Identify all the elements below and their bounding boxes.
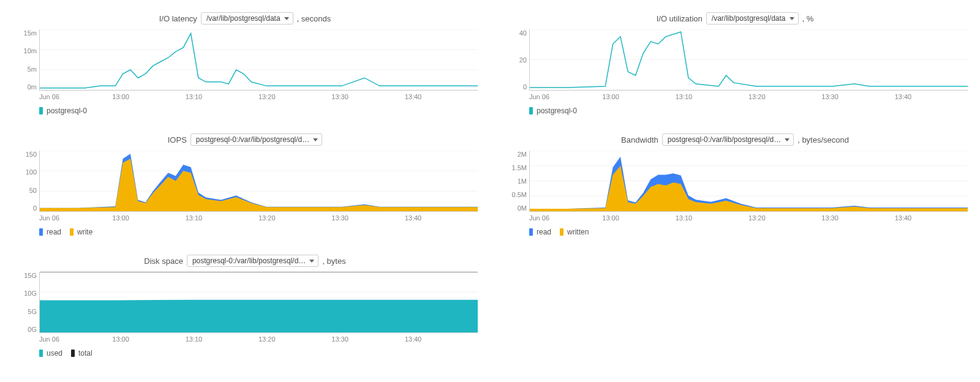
chevron-down-icon: [790, 17, 794, 20]
legend-swatch: [560, 228, 564, 236]
chart-title-text: I/O utilization: [657, 14, 703, 23]
chevron-down-icon: [785, 138, 790, 141]
x-tick-label: 13:20: [748, 93, 821, 100]
x-tick-label: 13:20: [258, 335, 331, 343]
legend-item[interactable]: used: [39, 349, 62, 358]
legend: readwrite: [39, 228, 478, 236]
y-axis: 2M1.5M1M0.5M0M: [502, 151, 529, 212]
chart-title-row: Bandwidthpostgresql-0:/var/lib/postgresq…: [502, 133, 968, 146]
x-tick-label: 13:30: [331, 335, 404, 343]
legend-item[interactable]: read: [39, 228, 61, 236]
x-tick-label: 13:40: [405, 214, 478, 222]
x-axis: Jun 0613:0013:1013:2013:3013:40: [529, 91, 968, 100]
legend: postgresql-0: [529, 107, 968, 115]
y-tick-label: 0.5M: [512, 191, 527, 198]
y-tick-label: 10G: [24, 290, 37, 297]
chart-title-text: Bandwidth: [621, 135, 658, 144]
x-tick-label: 13:10: [676, 93, 748, 100]
plot-area: 15m10m5m0m: [12, 29, 478, 91]
legend-item[interactable]: written: [560, 228, 589, 236]
path-selector[interactable]: /var/lib/postgresql/data: [706, 12, 799, 24]
x-tick-label: Jun 06: [529, 214, 602, 222]
legend-swatch: [71, 350, 75, 357]
chart-title-row: IOPSpostgresql-0:/var/lib/postgresql/d…: [12, 133, 478, 146]
x-tick-label: 13:20: [258, 214, 331, 222]
x-tick-label: 13:30: [821, 93, 894, 100]
plot-area: 150100500: [12, 151, 478, 212]
x-tick-label: 13:40: [405, 335, 478, 343]
x-tick-label: 13:30: [331, 93, 404, 100]
plot[interactable]: [39, 151, 478, 212]
legend: readwritten: [529, 228, 968, 236]
x-tick-label: Jun 06: [39, 335, 112, 343]
legend-label: written: [567, 228, 589, 236]
legend-swatch: [39, 107, 43, 114]
plot[interactable]: [39, 29, 478, 91]
legend-swatch: [529, 228, 533, 236]
chart-title-text: I/O latency: [159, 14, 197, 23]
y-tick-label: 100: [26, 168, 37, 176]
chevron-down-icon: [313, 138, 318, 141]
chart-title-row: I/O utilization/var/lib/postgresql/data,…: [502, 12, 968, 24]
path-selector[interactable]: postgresql-0:/var/lib/postgresql/d…: [190, 133, 322, 146]
y-tick-label: 15m: [24, 29, 37, 37]
x-tick-label: 13:30: [821, 214, 894, 222]
legend-swatch: [39, 228, 43, 236]
y-tick-label: 15G: [24, 272, 37, 279]
y-axis: 15G10G5G0G: [12, 272, 39, 333]
legend-swatch: [39, 350, 43, 357]
chart-io-latency: I/O latency/var/lib/postgresql/data, sec…: [12, 12, 478, 115]
legend-swatch: [70, 228, 74, 236]
y-tick-label: 5m: [28, 66, 37, 73]
x-axis: Jun 0613:0013:1013:2013:3013:40: [39, 91, 478, 100]
legend-label: postgresql-0: [47, 107, 87, 115]
x-tick-label: 13:00: [112, 93, 185, 100]
x-tick-label: 13:00: [602, 93, 675, 100]
y-tick-label: 150: [26, 151, 37, 158]
plot[interactable]: [39, 272, 478, 333]
x-tick-label: Jun 06: [39, 214, 112, 222]
plot[interactable]: [529, 151, 968, 212]
path-selector-label: postgresql-0:/var/lib/postgresql/d…: [196, 135, 309, 144]
y-tick-label: 1M: [518, 178, 527, 185]
legend: postgresql-0: [39, 107, 478, 115]
chart-bandwidth: Bandwidthpostgresql-0:/var/lib/postgresq…: [502, 133, 968, 236]
legend-item[interactable]: postgresql-0: [39, 107, 87, 115]
chart-iops: IOPSpostgresql-0:/var/lib/postgresql/d…1…: [12, 133, 478, 236]
plot[interactable]: [529, 29, 968, 91]
legend-item[interactable]: read: [529, 228, 551, 236]
path-selector-label: postgresql-0:/var/lib/postgresql/d…: [668, 135, 781, 144]
y-tick-label: 2M: [518, 151, 527, 158]
y-tick-label: 0G: [28, 326, 37, 333]
legend-item[interactable]: postgresql-0: [529, 107, 577, 115]
x-tick-label: 13:00: [112, 335, 185, 343]
y-tick-label: 5G: [28, 308, 37, 315]
x-tick-label: 13:20: [258, 93, 331, 100]
x-tick-label: 13:20: [748, 214, 821, 222]
plot-area: 40200: [502, 29, 968, 91]
legend-item[interactable]: write: [70, 228, 92, 236]
legend: usedtotal: [39, 349, 478, 358]
plot-area: 15G10G5G0G: [12, 272, 478, 333]
legend-label: read: [537, 228, 551, 236]
legend-label: write: [77, 228, 92, 236]
chart-unit-suffix: , %: [802, 14, 814, 23]
legend-swatch: [529, 107, 533, 114]
path-selector-label: /var/lib/postgresql/data: [206, 14, 281, 23]
legend-label: total: [78, 349, 92, 358]
chevron-down-icon: [309, 260, 314, 263]
legend-item[interactable]: total: [71, 349, 92, 358]
y-tick-label: 0m: [28, 83, 37, 91]
path-selector[interactable]: /var/lib/postgresql/data: [201, 12, 293, 24]
path-selector[interactable]: postgresql-0:/var/lib/postgresql/d…: [187, 255, 318, 267]
chart-unit-suffix: , seconds: [297, 14, 331, 23]
legend-label: used: [47, 349, 62, 358]
path-selector[interactable]: postgresql-0:/var/lib/postgresql/d…: [662, 133, 794, 146]
y-tick-label: 50: [29, 187, 37, 194]
x-tick-label: 13:10: [186, 214, 258, 222]
path-selector-label: /var/lib/postgresql/data: [712, 14, 786, 23]
y-tick-label: 10m: [24, 47, 37, 54]
x-axis: Jun 0613:0013:1013:2013:3013:40: [39, 333, 478, 343]
y-axis: 150100500: [12, 151, 39, 212]
chart-title-row: I/O latency/var/lib/postgresql/data, sec…: [12, 12, 478, 24]
